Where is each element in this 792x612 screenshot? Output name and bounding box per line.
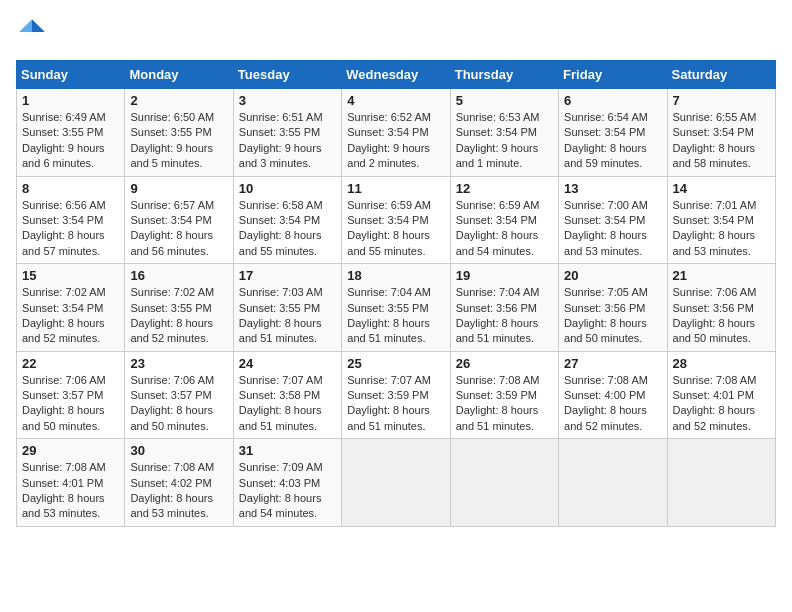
- day-info: Sunrise: 7:02 AM Sunset: 3:55 PM Dayligh…: [130, 285, 227, 347]
- day-info: Sunrise: 6:56 AM Sunset: 3:54 PM Dayligh…: [22, 198, 119, 260]
- day-number: 14: [673, 181, 770, 196]
- calendar-cell: 11 Sunrise: 6:59 AM Sunset: 3:54 PM Dayl…: [342, 176, 450, 264]
- calendar-cell: 1 Sunrise: 6:49 AM Sunset: 3:55 PM Dayli…: [17, 89, 125, 177]
- day-info: Sunrise: 7:08 AM Sunset: 4:01 PM Dayligh…: [673, 373, 770, 435]
- day-info: Sunrise: 6:53 AM Sunset: 3:54 PM Dayligh…: [456, 110, 553, 172]
- weekday-header-saturday: Saturday: [667, 61, 775, 89]
- day-number: 31: [239, 443, 336, 458]
- day-number: 30: [130, 443, 227, 458]
- day-info: Sunrise: 6:57 AM Sunset: 3:54 PM Dayligh…: [130, 198, 227, 260]
- day-info: Sunrise: 7:08 AM Sunset: 4:02 PM Dayligh…: [130, 460, 227, 522]
- calendar-cell: 6 Sunrise: 6:54 AM Sunset: 3:54 PM Dayli…: [559, 89, 667, 177]
- day-info: Sunrise: 7:07 AM Sunset: 3:59 PM Dayligh…: [347, 373, 444, 435]
- day-number: 10: [239, 181, 336, 196]
- day-info: Sunrise: 7:06 AM Sunset: 3:57 PM Dayligh…: [130, 373, 227, 435]
- day-info: Sunrise: 6:51 AM Sunset: 3:55 PM Dayligh…: [239, 110, 336, 172]
- day-info: Sunrise: 7:03 AM Sunset: 3:55 PM Dayligh…: [239, 285, 336, 347]
- day-number: 5: [456, 93, 553, 108]
- weekday-header-monday: Monday: [125, 61, 233, 89]
- day-number: 22: [22, 356, 119, 371]
- day-info: Sunrise: 7:06 AM Sunset: 3:56 PM Dayligh…: [673, 285, 770, 347]
- day-info: Sunrise: 7:02 AM Sunset: 3:54 PM Dayligh…: [22, 285, 119, 347]
- calendar-cell: 3 Sunrise: 6:51 AM Sunset: 3:55 PM Dayli…: [233, 89, 341, 177]
- calendar-cell: 21 Sunrise: 7:06 AM Sunset: 3:56 PM Dayl…: [667, 264, 775, 352]
- calendar-cell: 8 Sunrise: 6:56 AM Sunset: 3:54 PM Dayli…: [17, 176, 125, 264]
- day-number: 21: [673, 268, 770, 283]
- calendar-cell: 7 Sunrise: 6:55 AM Sunset: 3:54 PM Dayli…: [667, 89, 775, 177]
- calendar-cell: [342, 439, 450, 527]
- weekday-header-tuesday: Tuesday: [233, 61, 341, 89]
- day-number: 7: [673, 93, 770, 108]
- day-number: 2: [130, 93, 227, 108]
- day-number: 4: [347, 93, 444, 108]
- day-number: 29: [22, 443, 119, 458]
- day-number: 24: [239, 356, 336, 371]
- calendar-cell: 19 Sunrise: 7:04 AM Sunset: 3:56 PM Dayl…: [450, 264, 558, 352]
- svg-marker-0: [32, 19, 45, 32]
- day-info: Sunrise: 7:06 AM Sunset: 3:57 PM Dayligh…: [22, 373, 119, 435]
- weekday-header-wednesday: Wednesday: [342, 61, 450, 89]
- calendar-cell: [559, 439, 667, 527]
- day-info: Sunrise: 6:55 AM Sunset: 3:54 PM Dayligh…: [673, 110, 770, 172]
- day-info: Sunrise: 6:49 AM Sunset: 3:55 PM Dayligh…: [22, 110, 119, 172]
- day-number: 16: [130, 268, 227, 283]
- calendar-cell: 14 Sunrise: 7:01 AM Sunset: 3:54 PM Dayl…: [667, 176, 775, 264]
- logo: [16, 16, 52, 48]
- day-info: Sunrise: 7:09 AM Sunset: 4:03 PM Dayligh…: [239, 460, 336, 522]
- day-info: Sunrise: 7:05 AM Sunset: 3:56 PM Dayligh…: [564, 285, 661, 347]
- calendar-cell: 20 Sunrise: 7:05 AM Sunset: 3:56 PM Dayl…: [559, 264, 667, 352]
- day-info: Sunrise: 7:04 AM Sunset: 3:56 PM Dayligh…: [456, 285, 553, 347]
- day-number: 25: [347, 356, 444, 371]
- day-number: 12: [456, 181, 553, 196]
- day-number: 1: [22, 93, 119, 108]
- page-header: [16, 16, 776, 48]
- calendar-cell: 5 Sunrise: 6:53 AM Sunset: 3:54 PM Dayli…: [450, 89, 558, 177]
- day-info: Sunrise: 6:54 AM Sunset: 3:54 PM Dayligh…: [564, 110, 661, 172]
- day-info: Sunrise: 7:01 AM Sunset: 3:54 PM Dayligh…: [673, 198, 770, 260]
- calendar-table: SundayMondayTuesdayWednesdayThursdayFrid…: [16, 60, 776, 527]
- calendar-cell: 29 Sunrise: 7:08 AM Sunset: 4:01 PM Dayl…: [17, 439, 125, 527]
- calendar-cell: 13 Sunrise: 7:00 AM Sunset: 3:54 PM Dayl…: [559, 176, 667, 264]
- day-info: Sunrise: 6:52 AM Sunset: 3:54 PM Dayligh…: [347, 110, 444, 172]
- day-info: Sunrise: 6:59 AM Sunset: 3:54 PM Dayligh…: [347, 198, 444, 260]
- calendar-cell: 15 Sunrise: 7:02 AM Sunset: 3:54 PM Dayl…: [17, 264, 125, 352]
- day-info: Sunrise: 7:00 AM Sunset: 3:54 PM Dayligh…: [564, 198, 661, 260]
- logo-icon: [16, 16, 48, 48]
- calendar-cell: 22 Sunrise: 7:06 AM Sunset: 3:57 PM Dayl…: [17, 351, 125, 439]
- day-number: 23: [130, 356, 227, 371]
- day-number: 9: [130, 181, 227, 196]
- day-number: 17: [239, 268, 336, 283]
- calendar-cell: 18 Sunrise: 7:04 AM Sunset: 3:55 PM Dayl…: [342, 264, 450, 352]
- calendar-cell: 23 Sunrise: 7:06 AM Sunset: 3:57 PM Dayl…: [125, 351, 233, 439]
- day-info: Sunrise: 6:58 AM Sunset: 3:54 PM Dayligh…: [239, 198, 336, 260]
- day-number: 19: [456, 268, 553, 283]
- day-number: 20: [564, 268, 661, 283]
- day-number: 26: [456, 356, 553, 371]
- weekday-header-sunday: Sunday: [17, 61, 125, 89]
- day-number: 15: [22, 268, 119, 283]
- day-info: Sunrise: 6:59 AM Sunset: 3:54 PM Dayligh…: [456, 198, 553, 260]
- day-info: Sunrise: 7:08 AM Sunset: 3:59 PM Dayligh…: [456, 373, 553, 435]
- weekday-header-thursday: Thursday: [450, 61, 558, 89]
- calendar-cell: 31 Sunrise: 7:09 AM Sunset: 4:03 PM Dayl…: [233, 439, 341, 527]
- day-number: 28: [673, 356, 770, 371]
- calendar-cell: 2 Sunrise: 6:50 AM Sunset: 3:55 PM Dayli…: [125, 89, 233, 177]
- day-info: Sunrise: 7:08 AM Sunset: 4:01 PM Dayligh…: [22, 460, 119, 522]
- svg-marker-1: [19, 19, 32, 32]
- calendar-cell: 30 Sunrise: 7:08 AM Sunset: 4:02 PM Dayl…: [125, 439, 233, 527]
- day-info: Sunrise: 7:07 AM Sunset: 3:58 PM Dayligh…: [239, 373, 336, 435]
- day-number: 8: [22, 181, 119, 196]
- calendar-cell: 24 Sunrise: 7:07 AM Sunset: 3:58 PM Dayl…: [233, 351, 341, 439]
- day-number: 6: [564, 93, 661, 108]
- calendar-cell: 28 Sunrise: 7:08 AM Sunset: 4:01 PM Dayl…: [667, 351, 775, 439]
- day-info: Sunrise: 7:04 AM Sunset: 3:55 PM Dayligh…: [347, 285, 444, 347]
- calendar-cell: 9 Sunrise: 6:57 AM Sunset: 3:54 PM Dayli…: [125, 176, 233, 264]
- calendar-cell: 16 Sunrise: 7:02 AM Sunset: 3:55 PM Dayl…: [125, 264, 233, 352]
- calendar-cell: [667, 439, 775, 527]
- weekday-header-friday: Friday: [559, 61, 667, 89]
- day-info: Sunrise: 6:50 AM Sunset: 3:55 PM Dayligh…: [130, 110, 227, 172]
- day-number: 11: [347, 181, 444, 196]
- day-info: Sunrise: 7:08 AM Sunset: 4:00 PM Dayligh…: [564, 373, 661, 435]
- day-number: 13: [564, 181, 661, 196]
- calendar-cell: [450, 439, 558, 527]
